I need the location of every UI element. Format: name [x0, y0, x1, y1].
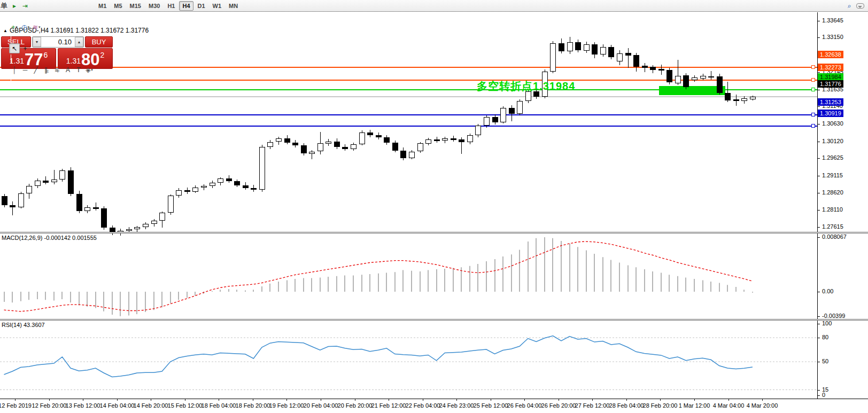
- price-tick-label: 1.28110: [822, 206, 843, 213]
- level-line-1.32638[interactable]: [0, 67, 817, 68]
- toolbar-separator: [11, 12, 11, 21]
- candle: [226, 178, 232, 181]
- candle: [151, 221, 157, 224]
- shapes-button[interactable]: ◈▾: [84, 65, 95, 75]
- price-badge-1.32638: 1.32638: [818, 51, 843, 58]
- time-tick: [117, 399, 118, 401]
- candle: [675, 76, 681, 83]
- chevron-down-icon[interactable]: ▾: [15, 25, 18, 29]
- candle: [192, 188, 198, 192]
- time-tick: [151, 399, 151, 401]
- candle: [384, 137, 390, 143]
- chart-area[interactable]: ▲GBPUSD-,H4 1.31691 1.31822 1.31672 1.31…: [0, 12, 868, 413]
- auto-scroll-button[interactable]: ▸: [9, 1, 20, 11]
- panel-collapse-icon[interactable]: ▲: [3, 28, 7, 33]
- timeframe-m30[interactable]: M30: [145, 1, 163, 11]
- text-label-button[interactable]: T: [73, 65, 84, 75]
- new-chart-icon: +: [11, 24, 15, 30]
- vertical-line-button[interactable]: │: [9, 65, 20, 75]
- candle: [517, 101, 523, 114]
- candle: [176, 190, 182, 196]
- horizontal-line-button[interactable]: ─: [20, 65, 30, 75]
- candle: [284, 138, 290, 143]
- new-chart-button[interactable]: +▾: [9, 22, 20, 32]
- time-tick: [321, 399, 321, 401]
- candle: [201, 186, 207, 188]
- time-tick: [626, 399, 627, 401]
- timeframe-m1[interactable]: M1: [95, 1, 110, 11]
- time-axis[interactable]: 12 Feb 201912 Feb 20:0013 Feb 12:0014 Fe…: [0, 399, 868, 413]
- chat-button[interactable]: [855, 1, 866, 11]
- axis-tick: [818, 338, 820, 338]
- candle: [234, 181, 240, 185]
- candle: [692, 77, 698, 80]
- candle: [134, 227, 140, 229]
- crosshair-button[interactable]: +: [20, 43, 30, 53]
- vertical-line-icon: │: [12, 67, 17, 73]
- level-line-handle[interactable]: [811, 113, 815, 116]
- time-label: 19 Feb 12:00: [269, 402, 304, 409]
- candle: [168, 196, 174, 213]
- chevron-down-icon[interactable]: ▾: [91, 68, 93, 72]
- channel-button[interactable]: ∥E: [41, 65, 52, 75]
- highlight-rectangle[interactable]: [659, 86, 725, 95]
- timeframe-m5[interactable]: M5: [111, 1, 125, 11]
- level-line-handle[interactable]: [811, 78, 815, 82]
- time-label: 18 Feb 20:00: [236, 402, 270, 409]
- chevron-down-icon[interactable]: ▾: [38, 25, 41, 29]
- time-tick: [355, 399, 355, 401]
- candle: [317, 143, 323, 151]
- templates-button[interactable]: ≋▾: [31, 22, 42, 32]
- timeframe-w1[interactable]: W1: [210, 1, 225, 11]
- time-label: 14 Feb 04:00: [100, 402, 135, 409]
- candle: [584, 44, 590, 51]
- cursor-button[interactable]: ↖: [9, 43, 20, 53]
- pane-splitter-rsi[interactable]: [0, 319, 868, 321]
- text-button[interactable]: A: [63, 65, 73, 75]
- rsi-axis-label: 100: [822, 320, 832, 326]
- toolbar-separator: [11, 54, 11, 64]
- axis-tick: [818, 324, 820, 324]
- axis-tick: [818, 362, 820, 362]
- macd-label: MACD(12,26,9) -0.000142 0.001555: [2, 235, 97, 241]
- timeframe-h4[interactable]: H4: [179, 1, 193, 11]
- candle: [575, 42, 581, 50]
- pane-splitter-macd[interactable]: [0, 232, 868, 233]
- price-tick-label: 1.27615: [822, 223, 843, 230]
- search-button[interactable]: ⌕: [844, 1, 855, 11]
- chevron-down-icon[interactable]: ▾: [27, 25, 29, 29]
- candle: [35, 181, 41, 186]
- annotation-text[interactable]: 多空转折点1.31984: [477, 79, 575, 93]
- menu-fragment[interactable]: 单: [0, 1, 9, 11]
- fibonacci-button[interactable]: ≡F: [52, 65, 63, 75]
- time-label: 24 Feb 23:00: [439, 402, 474, 409]
- shapes-icon: ◈: [86, 67, 90, 73]
- candle-wick: [96, 202, 96, 211]
- candle: [459, 139, 464, 142]
- timeframe-m15[interactable]: M15: [127, 1, 144, 11]
- time-tick: [559, 399, 559, 401]
- price-axis[interactable]: 1.326381.322731.319841.317761.312531.309…: [818, 12, 868, 399]
- price-tick-label: 1.30120: [822, 138, 843, 144]
- level-line-1.31776[interactable]: [0, 96, 817, 97]
- timeframe-mn[interactable]: MN: [226, 1, 241, 11]
- chart-shift-icon: ⇥: [22, 3, 28, 9]
- time-label: 4 Mar 04:00: [713, 402, 745, 409]
- timeframe-h1[interactable]: H1: [164, 1, 178, 11]
- level-line-1.31253[interactable]: [0, 114, 817, 115]
- time-label: 26 Feb 20:00: [541, 402, 576, 409]
- level-line-1.30919[interactable]: [0, 126, 817, 127]
- time-label: 21 Feb 12:00: [371, 402, 406, 409]
- periods-button[interactable]: ◷▾: [20, 22, 31, 32]
- axis-tick: [818, 316, 820, 317]
- level-line-handle[interactable]: [811, 124, 815, 128]
- level-line-handle[interactable]: [811, 65, 815, 69]
- candle: [84, 207, 90, 211]
- axis-tick: [818, 395, 820, 396]
- time-tick: [185, 399, 185, 401]
- chart-shift-button[interactable]: ⇥: [20, 1, 30, 11]
- timeframe-d1[interactable]: D1: [195, 1, 208, 11]
- trendline-button[interactable]: ╱: [30, 65, 41, 75]
- price-tick-label: 1.33645: [822, 17, 843, 24]
- level-line-handle[interactable]: [811, 88, 815, 91]
